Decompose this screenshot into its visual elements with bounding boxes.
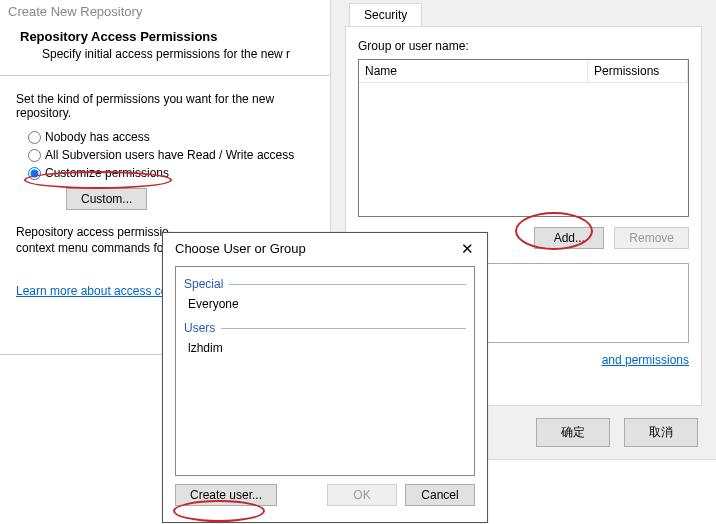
- dialog-title: Choose User or Group: [175, 241, 306, 256]
- dialog-cancel-button[interactable]: Cancel: [405, 484, 475, 506]
- list-header: Name Permissions: [359, 60, 688, 83]
- security-footer: 确定 取消: [536, 418, 698, 447]
- radio-customize[interactable]: Customize permissions: [28, 166, 314, 180]
- radio-customize-input[interactable]: [28, 167, 41, 180]
- radio-allrw[interactable]: All Subversion users have Read / Write a…: [28, 148, 314, 162]
- dialog-footer: Create user... OK Cancel: [163, 476, 487, 506]
- dialog-titlebar: Choose User or Group ✕: [163, 233, 487, 262]
- list-item-everyone[interactable]: Everyone: [184, 295, 466, 317]
- window-title: Create New Repository: [0, 0, 330, 25]
- section-special: Special: [184, 277, 466, 291]
- cancel-button[interactable]: 取消: [624, 418, 698, 447]
- custom-button[interactable]: Custom...: [66, 188, 147, 210]
- radio-nobody-label: Nobody has access: [45, 130, 150, 144]
- col-permissions[interactable]: Permissions: [588, 60, 688, 82]
- divider-icon: [229, 284, 466, 285]
- radio-allrw-label: All Subversion users have Read / Write a…: [45, 148, 294, 162]
- section-users-label: Users: [184, 321, 215, 335]
- remove-button: Remove: [614, 227, 689, 249]
- radio-allrw-input[interactable]: [28, 149, 41, 162]
- radio-nobody-input[interactable]: [28, 131, 41, 144]
- radio-nobody[interactable]: Nobody has access: [28, 130, 314, 144]
- col-name[interactable]: Name: [359, 60, 588, 82]
- create-user-button[interactable]: Create user...: [175, 484, 277, 506]
- divider-icon: [221, 328, 466, 329]
- close-icon[interactable]: ✕: [457, 241, 477, 256]
- instruction-text: Set the kind of permissions you want for…: [16, 92, 314, 120]
- tab-security[interactable]: Security: [349, 3, 422, 27]
- tab-strip: Security: [331, 0, 716, 26]
- user-group-list[interactable]: Special Everyone Users lzhdim: [175, 266, 475, 476]
- add-button[interactable]: Add...: [534, 227, 604, 249]
- ok-button[interactable]: 确定: [536, 418, 610, 447]
- section-users: Users: [184, 321, 466, 335]
- permissions-link[interactable]: and permissions: [602, 353, 689, 367]
- page-subheading: Specify initial access permissions for t…: [20, 47, 310, 61]
- wizard-header: Repository Access Permissions Specify in…: [0, 25, 330, 76]
- radio-customize-label: Customize permissions: [45, 166, 169, 180]
- user-listbox[interactable]: Name Permissions: [358, 59, 689, 217]
- choose-user-dialog: Choose User or Group ✕ Special Everyone …: [162, 232, 488, 523]
- page-heading: Repository Access Permissions: [20, 29, 310, 44]
- learn-more-link[interactable]: Learn more about access co: [16, 284, 167, 298]
- list-item-user[interactable]: lzhdim: [184, 339, 466, 361]
- section-special-label: Special: [184, 277, 223, 291]
- dialog-ok-button: OK: [327, 484, 397, 506]
- group-user-label: Group or user name:: [358, 39, 689, 53]
